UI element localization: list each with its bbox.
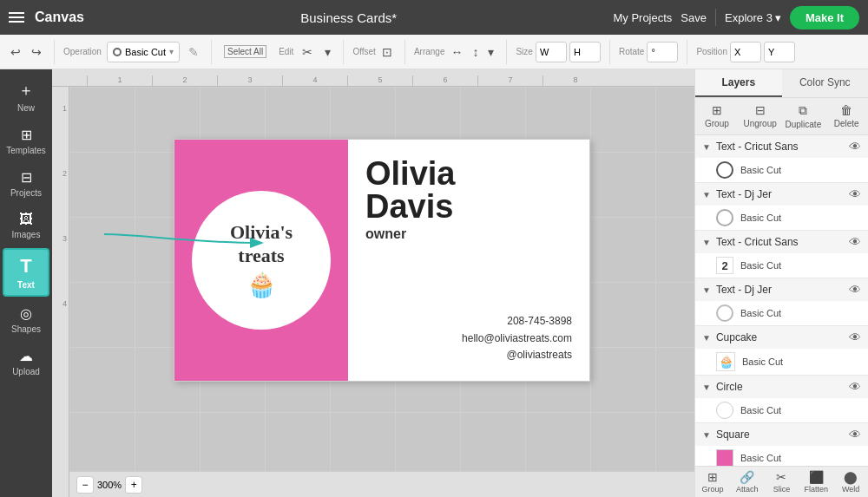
rotate-input[interactable]	[647, 42, 678, 62]
layer-group-dj-jer-1: ▼ Text - Dj Jer 👁 Basic Cut	[695, 183, 868, 231]
sidebar-item-shapes[interactable]: ◎ Shapes	[3, 300, 49, 339]
group-button[interactable]: ⊞ Group	[695, 98, 739, 134]
zoom-out-button[interactable]: −	[76, 476, 94, 494]
layer-name-text-cricut-1: Text - Cricut Sans	[716, 141, 844, 153]
width-input[interactable]	[536, 42, 567, 62]
undo-button[interactable]: ↩	[7, 43, 24, 61]
edit-style-button[interactable]: ✎	[185, 43, 202, 61]
email-address: hello@oliviastreats.com	[365, 330, 572, 347]
layer-group-text-cricut-1: ▼ Text - Cricut Sans 👁 Basic Cut	[695, 135, 868, 183]
undo-redo-group: ↩ ↪	[7, 43, 45, 61]
layer-thumb-3: 2	[716, 257, 733, 274]
layer-eye-icon-7[interactable]: 👁	[849, 428, 861, 441]
edit-dropdown[interactable]: ▾	[321, 43, 334, 61]
duplicate-button[interactable]: ⧉ Duplicate	[782, 98, 825, 134]
main-area: ＋ New ⊞ Templates ⊟ Projects 🖼 Images T …	[0, 69, 868, 497]
group-bottom-button[interactable]: ⊞ Group	[695, 467, 730, 497]
tab-color-sync[interactable]: Color Sync	[782, 69, 869, 97]
operation-label: Operation	[63, 47, 102, 56]
brand-name-line2: treats	[238, 245, 284, 266]
layer-header-dj-jer-2[interactable]: ▼ Text - Dj Jer 👁	[695, 278, 868, 301]
attach-button[interactable]: 🔗 Attach	[730, 467, 765, 497]
flatten-button[interactable]: ⬛ Flatten	[799, 467, 833, 497]
canvas-work[interactable]: Olivia's treats 🧁 Olivia Davis owner	[69, 87, 694, 497]
sidebar-item-text[interactable]: T Text	[3, 248, 49, 297]
arrange-dropdown[interactable]: ▾	[484, 43, 497, 61]
bottom-bar: − 300% +	[69, 471, 694, 497]
sidebar-item-new[interactable]: ＋ New	[3, 75, 49, 118]
save-button[interactable]: Save	[681, 11, 707, 24]
ruler-mark-2: 2	[152, 75, 217, 86]
layer-item-dj-jer-1[interactable]: Basic Cut	[695, 206, 868, 230]
op-dot-icon	[113, 48, 122, 56]
layer-header-text-cricut-2[interactable]: ▼ Text - Cricut Sans 👁	[695, 231, 868, 253]
rotate-group: Rotate	[619, 42, 678, 62]
hamburger-menu[interactable]	[9, 12, 24, 23]
make-it-button[interactable]: Make It	[790, 6, 859, 29]
ruler-mark-7: 7	[477, 75, 542, 86]
weld-button[interactable]: ⬤ Weld	[833, 467, 868, 497]
height-input[interactable]	[569, 42, 601, 62]
layer-header-square-pink[interactable]: ▼ Square 👁	[695, 423, 868, 446]
layer-name-circle: Circle	[716, 381, 844, 393]
phone-number: 208-745-3898	[365, 313, 572, 330]
ruler-mark-3: 3	[217, 75, 282, 86]
flip-h-button[interactable]: ↔	[447, 43, 466, 61]
offset-group: Offset ⊡	[352, 43, 396, 61]
left-sidebar: ＋ New ⊞ Templates ⊟ Projects 🖼 Images T …	[0, 69, 52, 497]
layer-sublabel-6: Basic Cut	[740, 405, 861, 415]
right-panel: Layers Color Sync ⊞ Group ⊟ Ungroup ⧉ Du…	[694, 69, 868, 497]
layer-header-circle[interactable]: ▼ Circle 👁	[695, 376, 868, 398]
zoom-in-button[interactable]: +	[125, 476, 142, 494]
layer-item-text-cricut-1[interactable]: Basic Cut	[695, 158, 868, 182]
sidebar-item-images[interactable]: 🖼 Images	[3, 206, 49, 245]
sidebar-item-projects[interactable]: ⊟ Projects	[3, 164, 49, 203]
weld-icon: ⬤	[844, 470, 858, 484]
layer-item-text-cricut-2[interactable]: 2 Basic Cut	[695, 253, 868, 278]
layer-item-cupcake[interactable]: 🧁 Basic Cut	[695, 349, 868, 375]
projects-icon: ⊟	[21, 169, 32, 186]
operation-selector[interactable]: Basic Cut ▾	[107, 42, 180, 62]
pos-x-input[interactable]	[730, 42, 761, 62]
layer-item-square-pink[interactable]: Basic Cut	[695, 446, 868, 466]
shapes-icon: ◎	[20, 305, 32, 322]
layer-header-dj-jer-1[interactable]: ▼ Text - Dj Jer 👁	[695, 183, 868, 206]
ruler-marks-top: 1 2 3 4 5 6 7 8	[87, 75, 694, 86]
layer-eye-icon-5[interactable]: 👁	[849, 330, 861, 344]
slice-button[interactable]: ✂ Slice	[765, 467, 799, 497]
layer-header-text-cricut-1[interactable]: ▼ Text - Cricut Sans 👁	[695, 135, 868, 158]
tab-layers[interactable]: Layers	[695, 69, 782, 97]
layer-eye-icon-6[interactable]: 👁	[849, 380, 861, 394]
sidebar-item-templates[interactable]: ⊞ Templates	[3, 121, 49, 160]
select-all-group: Select All	[220, 43, 270, 60]
explore-button[interactable]: Explore 3 ▾	[725, 11, 781, 24]
sidebar-item-upload[interactable]: ☁ Upload	[3, 343, 49, 382]
offset-button[interactable]: ⊡	[378, 43, 396, 61]
layer-eye-icon-2[interactable]: 👁	[849, 187, 861, 201]
select-all-label[interactable]: Select All	[224, 45, 266, 58]
business-card[interactable]: Olivia's treats 🧁 Olivia Davis owner	[174, 139, 590, 382]
panel-bottom-bar: ⊞ Group 🔗 Attach ✂ Slice ⬛ Flatten ⬤ Wel…	[695, 466, 868, 497]
ruler-mark-1: 1	[87, 75, 152, 86]
main-toolbar: ↩ ↪ Operation Basic Cut ▾ ✎ Select All E…	[0, 35, 868, 69]
layer-eye-icon-1[interactable]: 👁	[849, 140, 861, 154]
layer-item-circle[interactable]: Basic Cut	[695, 398, 868, 422]
flip-v-button[interactable]: ↕	[469, 43, 482, 61]
ruler-mark-6: 6	[412, 75, 477, 86]
slice-icon: ✂	[776, 470, 786, 484]
my-projects-button[interactable]: My Projects	[613, 11, 672, 24]
select-all-button[interactable]: Select All	[220, 43, 270, 60]
pos-y-input[interactable]	[764, 42, 795, 62]
edit-button[interactable]: ✂	[299, 43, 316, 61]
layer-eye-icon-3[interactable]: 👁	[849, 235, 861, 249]
ruler-top: 1 2 3 4 5 6 7 8	[52, 69, 694, 87]
layer-sublabel-7: Basic Cut	[740, 453, 861, 463]
images-icon: 🖼	[19, 212, 33, 227]
redo-button[interactable]: ↪	[28, 43, 45, 61]
ungroup-button[interactable]: ⊟ Ungroup	[739, 98, 782, 134]
owner-title: owner	[365, 226, 572, 242]
layer-eye-icon-4[interactable]: 👁	[849, 283, 861, 297]
layer-header-cupcake[interactable]: ▼ Cupcake 👁	[695, 326, 868, 349]
layer-item-dj-jer-2[interactable]: Basic Cut	[695, 301, 868, 325]
delete-button[interactable]: 🗑 Delete	[825, 98, 868, 134]
